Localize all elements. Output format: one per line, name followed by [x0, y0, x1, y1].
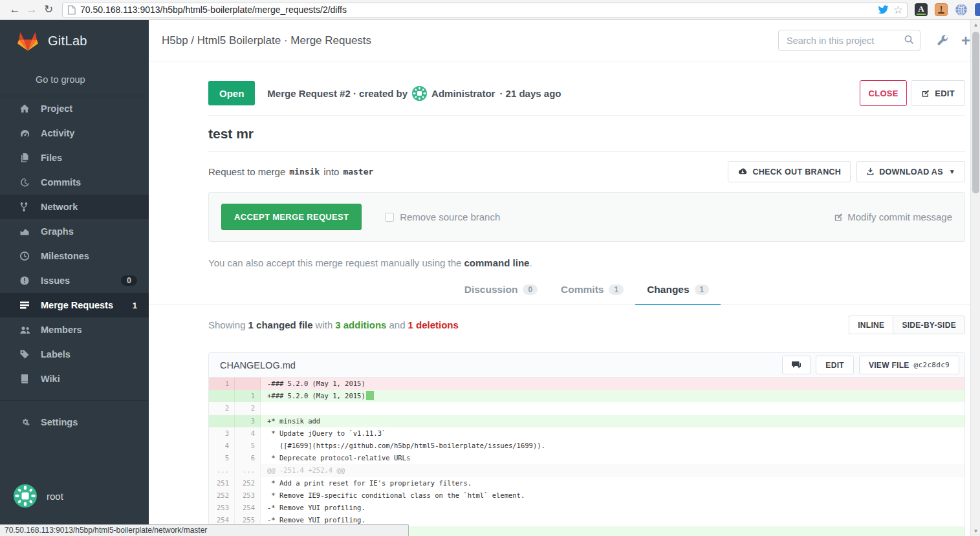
sidebar-item-wiki[interactable]: Wiki: [0, 367, 149, 391]
accept-panel: ACCEPT MERGE REQUEST Remove source branc…: [208, 192, 965, 242]
bookmark-star-icon[interactable]: ☆: [893, 5, 903, 16]
comment-button[interactable]: [782, 356, 811, 374]
sidebar-item-members[interactable]: Members: [0, 317, 149, 342]
remove-source-branch-label: Remove source branch: [400, 211, 500, 222]
new-line-number[interactable]: 253: [235, 489, 261, 502]
download-as-button[interactable]: DOWNLOAD AS ▼: [856, 161, 965, 182]
old-line-number[interactable]: [209, 390, 235, 402]
old-line-number[interactable]: [209, 415, 235, 427]
main-content: Open Merge Request #2 · created by Admin…: [149, 61, 970, 536]
plus-icon[interactable]: +: [961, 33, 970, 48]
address-bar[interactable]: 70.50.168.113:9013/h5bp/html5-boilerplat…: [62, 3, 908, 17]
area-chart-icon: [19, 227, 32, 236]
modify-commit-message-link[interactable]: Modify commit message: [834, 211, 952, 222]
go-to-group-link[interactable]: Go to group: [0, 61, 149, 96]
edit-button[interactable]: EDIT: [911, 80, 965, 106]
new-line-number[interactable]: 6: [235, 452, 261, 464]
extension-a-icon[interactable]: A: [915, 3, 928, 16]
sidebar-item-graphs[interactable]: Graphs: [0, 219, 149, 244]
comment-bubble-icon: [791, 361, 801, 369]
sidebar-item-activity[interactable]: Activity: [0, 121, 149, 145]
wrench-icon[interactable]: [936, 34, 949, 47]
new-line-number[interactable]: 254: [235, 502, 261, 514]
old-line-number[interactable]: 1: [209, 378, 235, 390]
new-line-number[interactable]: 2: [235, 402, 261, 414]
new-line-number[interactable]: 252: [235, 477, 261, 489]
diff-row: ......@@ -251,4 +252,4 @@: [209, 464, 964, 477]
sidebar-item-issues[interactable]: Issues0: [0, 268, 149, 293]
tab-commits[interactable]: Commits1: [549, 277, 635, 305]
logo-text: GitLab: [48, 34, 87, 48]
source-branch: minsik: [289, 167, 320, 177]
new-line-number[interactable]: [235, 378, 261, 390]
scroll-up-icon[interactable]: ▲: [971, 20, 980, 30]
view-file-button[interactable]: VIEW FILE @c2c8dc9: [859, 356, 959, 374]
page-scrollbar[interactable]: ▲ ▼: [970, 20, 980, 536]
count-badge: 1: [133, 301, 137, 310]
sidebar-item-labels[interactable]: Labels: [0, 342, 149, 367]
back-icon[interactable]: ←: [6, 0, 23, 19]
extension-face-icon[interactable]: [935, 3, 948, 16]
new-line-number[interactable]: ...: [235, 464, 261, 477]
old-line-number[interactable]: 253: [209, 502, 235, 514]
scrollbar-thumb[interactable]: [972, 32, 979, 193]
sidebar-item-commits[interactable]: Commits: [0, 170, 149, 195]
command-line-link[interactable]: command line: [464, 257, 530, 268]
extension-globe-icon[interactable]: [955, 3, 968, 16]
changed-files-count: 1 changed file: [248, 319, 313, 330]
sidebar-item-merge-requests[interactable]: Merge Requests1: [0, 293, 149, 317]
file-edit-button[interactable]: EDIT: [816, 356, 854, 374]
author-avatar[interactable]: [412, 86, 427, 101]
inline-view-button[interactable]: INLINE: [849, 316, 893, 334]
old-line-number[interactable]: 3: [209, 427, 235, 440]
twitter-icon[interactable]: [878, 5, 889, 15]
check-out-branch-button[interactable]: CHECK OUT BRANCH: [728, 161, 851, 182]
remove-source-branch-checkbox[interactable]: [385, 213, 394, 222]
sidebar-item-label: Graphs: [41, 226, 74, 237]
tab-discussion[interactable]: Discussion0: [453, 277, 549, 305]
pencil-square-icon: [834, 212, 844, 222]
sidebar-item-network[interactable]: Network: [0, 195, 149, 219]
close-button[interactable]: CLOSE: [860, 80, 907, 106]
new-line-number[interactable]: 5: [235, 440, 261, 452]
project-header: H5bp / Html5 Boilerplate · Merge Request…: [149, 20, 970, 61]
sidebar-item-milestones[interactable]: Milestones: [0, 244, 149, 268]
new-line-number[interactable]: 3: [235, 415, 261, 427]
scroll-down-icon[interactable]: ▼: [971, 526, 980, 536]
sidebar-item-label: Network: [41, 202, 78, 212]
old-line-number[interactable]: 2: [209, 402, 235, 414]
home-icon: [19, 103, 32, 114]
sidebar-item-settings[interactable]: Settings: [0, 410, 149, 434]
sidebar-item-label: Settings: [41, 417, 78, 427]
file-name[interactable]: CHANGELOG.md: [220, 360, 296, 370]
sidebar-item-label: Labels: [41, 349, 71, 359]
tab-changes[interactable]: Changes1: [635, 277, 721, 305]
sidebar-item-files[interactable]: Files: [0, 145, 149, 170]
sidebar-item-label: Commits: [41, 177, 81, 188]
user-menu-root[interactable]: root: [14, 484, 63, 508]
url-text[interactable]: 70.50.168.113:9013/h5bp/html5-boilerplat…: [80, 5, 878, 15]
trailing-whitespace-marker: [366, 391, 374, 400]
sidebar-item-project[interactable]: Project: [0, 96, 149, 121]
old-line-number[interactable]: 5: [209, 452, 235, 464]
author-name[interactable]: Administrator: [431, 88, 495, 99]
old-line-number[interactable]: ...: [209, 464, 235, 477]
cloud-download-icon: [737, 167, 748, 176]
mr-state-row: Open Merge Request #2 · created by Admin…: [208, 61, 965, 116]
diff-line-content: @@ -251,4 +252,4 @@: [261, 464, 964, 477]
old-line-number[interactable]: 252: [209, 489, 235, 502]
new-line-number[interactable]: 4: [235, 427, 261, 440]
search-input[interactable]: [778, 30, 920, 51]
old-line-number[interactable]: 251: [209, 477, 235, 489]
old-line-number[interactable]: 4: [209, 440, 235, 452]
new-line-number[interactable]: 1: [235, 390, 261, 402]
user-name: root: [47, 491, 63, 502]
reload-icon[interactable]: ↻: [40, 0, 57, 19]
side-by-side-view-button[interactable]: SIDE-BY-SIDE: [893, 316, 965, 334]
forward-icon[interactable]: →: [23, 0, 40, 19]
accept-merge-request-button[interactable]: ACCEPT MERGE REQUEST: [221, 204, 362, 230]
diff-row: 1-### 5.2.0 (May 1, 2015): [209, 378, 964, 390]
tab-count-badge: 0: [523, 284, 538, 295]
gitlab-logo[interactable]: GitLab: [0, 20, 149, 61]
extension-cut-icon[interactable]: [975, 3, 980, 16]
